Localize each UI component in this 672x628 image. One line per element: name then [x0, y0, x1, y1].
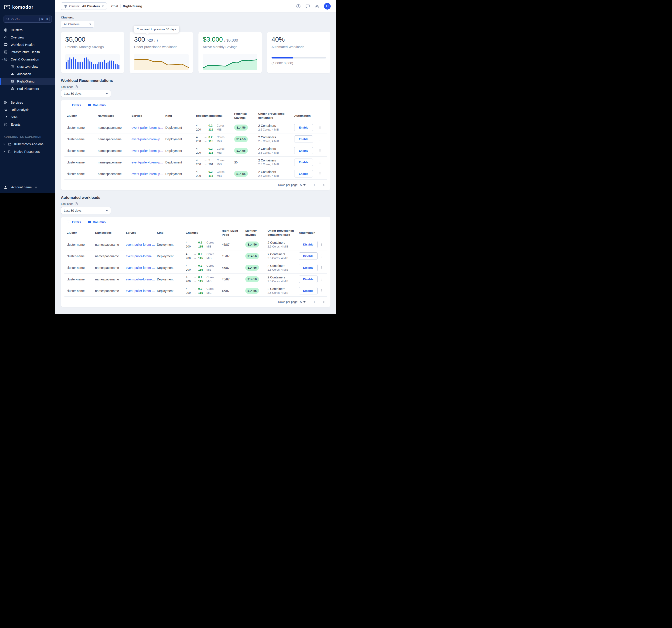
kebab-menu-icon[interactable]	[319, 288, 323, 293]
service-link[interactable]: event-puller-lorem-ip…	[131, 161, 164, 164]
kebab-menu-icon[interactable]	[319, 265, 323, 270]
gear-icon[interactable]	[315, 4, 319, 9]
goto-search[interactable]: ⌘ + K	[4, 16, 52, 23]
column-header[interactable]: Right-Sized Pods	[222, 229, 245, 237]
recommendations-range-select[interactable]: Last 30 days	[61, 90, 111, 97]
cluster-scope-selector[interactable]: Cluster: All Clusters	[61, 2, 107, 10]
service-link[interactable]: event-puller-lorem-ip…	[131, 149, 164, 153]
sidebar-item-kubernetes-addons[interactable]: Kubernetes Add-ons	[0, 140, 55, 148]
column-header[interactable]: Automation	[294, 114, 318, 118]
kebab-menu-icon[interactable]	[319, 277, 323, 281]
filters-button[interactable]: Filters	[67, 220, 81, 224]
rows-per-page-select[interactable]: 5	[300, 183, 306, 187]
kebab-menu-icon[interactable]	[318, 125, 322, 130]
automated-workloads-label: Automated Workloads	[271, 45, 326, 49]
help-icon[interactable]: ?	[296, 4, 301, 9]
cell-namespace: namespacename	[98, 161, 131, 164]
sidebar-item-jobs[interactable]: Jobs	[0, 113, 55, 121]
column-header[interactable]: Cluster	[65, 231, 95, 235]
sidebar-item-infrastructure-health[interactable]: Infrastructure Health	[0, 48, 55, 55]
sidebar-item-native-resources[interactable]: Native Resources	[0, 148, 55, 156]
enable-automation-button[interactable]: Enable	[294, 170, 313, 178]
sidebar-item-workload-health[interactable]: Workload Health	[0, 41, 55, 48]
clusters-filter-select[interactable]: All Clusters	[61, 21, 94, 28]
caret-down-icon	[89, 24, 91, 25]
disable-automation-button[interactable]: Disable	[299, 264, 317, 271]
rows-per-page-select[interactable]: 5	[300, 300, 306, 304]
sidebar-item-cost-optimization[interactable]: $ Cost & Optimization	[0, 55, 55, 63]
sidebar-item-drift-analysis[interactable]: Drift Analysis	[0, 106, 55, 113]
kebab-menu-icon[interactable]	[318, 148, 322, 153]
sidebar-item-allocation[interactable]: Allocation	[0, 70, 55, 77]
service-link[interactable]: event-puller-lorem-i…	[126, 289, 155, 293]
savings-badge: $14.56	[234, 148, 248, 154]
disable-automation-button[interactable]: Disable	[299, 252, 317, 260]
column-header[interactable]: Kind	[157, 231, 186, 235]
enable-automation-button[interactable]: Enable	[294, 159, 313, 166]
clusters-filter-value: All Clusters	[64, 22, 79, 26]
column-header[interactable]: Changes	[186, 231, 222, 235]
column-header[interactable]: Under-provisioned containers	[258, 112, 294, 120]
filters-button[interactable]: Filters	[67, 103, 81, 107]
service-link[interactable]: event-puller-lorem-i…	[126, 243, 155, 247]
cell-kind: Deployment	[165, 161, 196, 164]
kebab-menu-icon[interactable]	[318, 171, 322, 176]
kebab-menu-icon[interactable]	[319, 242, 323, 247]
service-link[interactable]: event-puller-lorem-ip…	[131, 126, 164, 130]
next-page-button[interactable]	[322, 183, 326, 187]
shortcut-badge: ⌘ + K	[39, 17, 50, 21]
disable-automation-button[interactable]: Disable	[299, 276, 317, 283]
column-header[interactable]: Kind	[165, 114, 196, 118]
sidebar-item-pod-placement[interactable]: Pod Placement	[0, 85, 55, 92]
avatar[interactable]: U	[324, 3, 331, 9]
previous-page-button[interactable]	[313, 183, 316, 187]
breadcrumb-section[interactable]: Cost	[111, 4, 118, 8]
search-input[interactable]	[11, 18, 38, 21]
column-header[interactable]: Cluster	[65, 114, 98, 118]
overview-icon	[4, 36, 8, 39]
enable-automation-button[interactable]: Enable	[294, 135, 313, 143]
help-circle-icon[interactable]: ?	[75, 202, 78, 206]
previous-page-button[interactable]	[313, 300, 316, 304]
account-menu[interactable]: Account name	[0, 182, 55, 193]
sidebar-item-right-sizing[interactable]: Right-Sizing	[0, 77, 55, 85]
column-header[interactable]: Under-provisioned containers fixed	[268, 229, 299, 237]
service-link[interactable]: event-puller-lorem-ip…	[131, 172, 164, 176]
sidebar-item-events[interactable]: Events	[0, 121, 55, 128]
column-header[interactable]: Namespace	[98, 114, 131, 118]
sidebar-item-overview[interactable]: Overview	[0, 33, 55, 41]
service-link[interactable]: event-puller-lorem-i…	[126, 278, 155, 281]
column-header[interactable]: Namespace	[95, 231, 126, 235]
column-header[interactable]: Potential Savings	[234, 112, 258, 120]
enable-automation-button[interactable]: Enable	[294, 147, 313, 154]
chat-icon[interactable]	[305, 4, 310, 9]
last-seen-row: Last seen ?	[61, 202, 331, 206]
logo-text: komodor	[12, 4, 33, 10]
columns-button[interactable]: Columns	[88, 103, 106, 107]
chevron-down-icon	[1, 58, 3, 61]
columns-button[interactable]: Columns	[88, 220, 106, 224]
disable-automation-button[interactable]: Disable	[299, 241, 317, 248]
automated-range-select[interactable]: Last 30 days	[61, 207, 111, 214]
kebab-menu-icon[interactable]	[318, 137, 322, 141]
help-circle-icon[interactable]: ?	[75, 85, 78, 89]
column-header[interactable]: Recommendations	[196, 114, 234, 118]
kebab-menu-icon[interactable]	[318, 160, 322, 165]
column-header[interactable]: Automation	[299, 231, 319, 235]
disable-automation-button[interactable]: Disable	[299, 287, 317, 295]
column-header[interactable]: Service	[126, 231, 157, 235]
chevron-right-icon	[3, 150, 5, 153]
chevron-right-icon	[3, 143, 5, 145]
service-link[interactable]: event-puller-lorem-ip…	[131, 137, 164, 141]
kebab-menu-icon[interactable]	[319, 254, 323, 258]
sidebar-item-clusters[interactable]: Clusters	[0, 26, 55, 33]
service-link[interactable]: event-puller-lorem-i…	[126, 254, 155, 258]
next-page-button[interactable]	[322, 300, 326, 304]
sidebar-item-cost-overview[interactable]: Cost Overview	[0, 63, 55, 70]
sidebar-item-services[interactable]: Services	[0, 99, 55, 106]
column-header[interactable]: Service	[131, 114, 165, 118]
cell-namespace: namespacename	[95, 254, 126, 258]
service-link[interactable]: event-puller-lorem-i…	[126, 266, 155, 270]
enable-automation-button[interactable]: Enable	[294, 124, 313, 131]
column-header[interactable]: Monthly savings	[245, 229, 268, 237]
